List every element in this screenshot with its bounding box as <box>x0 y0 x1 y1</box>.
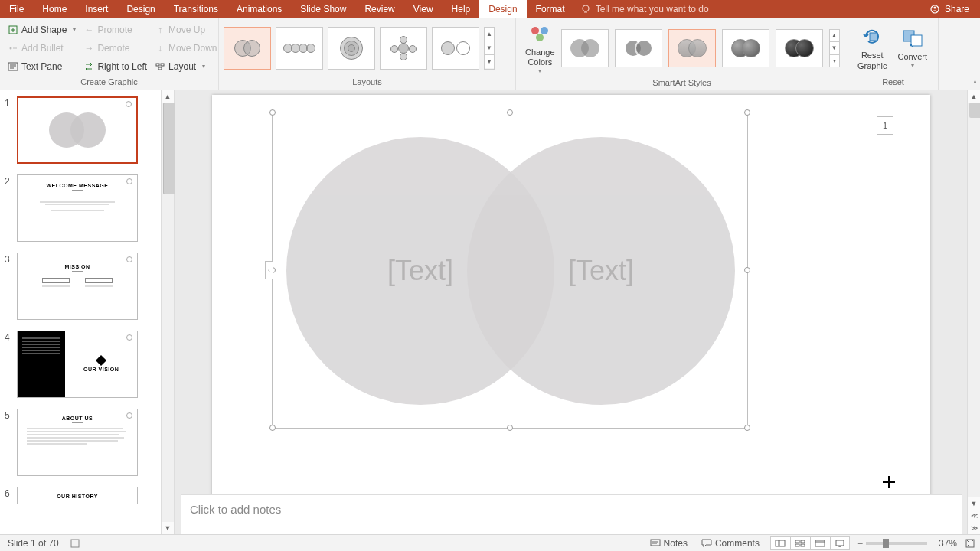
text-pane-toggle[interactable]: ‹ <box>265 261 273 279</box>
collapse-ribbon-button[interactable]: ˄ <box>973 80 977 88</box>
text-pane-button[interactable]: Text Pane <box>5 57 79 76</box>
svg-rect-14 <box>911 35 922 46</box>
comments-button[interactable]: Comments <box>698 538 763 549</box>
slide-canvas[interactable]: ‹ [Text] [Text] 1 <box>212 95 930 499</box>
layout-option-4[interactable] <box>380 27 427 70</box>
convert-button[interactable]: Convert▾ <box>893 24 933 71</box>
slide-thumbnail-6[interactable]: 6 OUR HISTORY <box>0 485 161 513</box>
layout-option-1[interactable] <box>224 27 271 70</box>
slide-thumbnail-1[interactable]: 1 <box>0 95 161 173</box>
layout-option-2[interactable] <box>276 27 323 70</box>
scrollbar-thumb[interactable] <box>969 103 980 118</box>
tab-home[interactable]: Home <box>33 0 76 18</box>
accessibility-icon[interactable] <box>70 538 80 549</box>
editor-scrollbar[interactable]: ▲ ▼ ≪ ≫ <box>967 90 980 534</box>
slide-number: 5 <box>5 409 17 421</box>
styles-gallery-spinner[interactable]: ▲▼▾ <box>829 29 840 67</box>
zoom-thumb[interactable] <box>883 539 889 548</box>
slide-thumbnail-3[interactable]: 3 MISSION <box>0 251 161 329</box>
style-option-3[interactable] <box>668 29 716 67</box>
add-shape-button[interactable]: Add Shape▾ <box>5 21 79 39</box>
scroll-down-icon[interactable]: ▼ <box>968 497 980 510</box>
status-bar: Slide 1 of 70 Notes Comments − + 37% <box>0 534 980 551</box>
tab-help[interactable]: Help <box>443 0 480 18</box>
move-down-button[interactable]: ↓Move Down <box>152 39 220 57</box>
svg-rect-18 <box>779 540 785 546</box>
scroll-up-icon[interactable]: ▲ <box>162 90 174 103</box>
style-option-2[interactable] <box>615 29 662 67</box>
venn-diagram[interactable]: [Text] [Text] <box>273 112 747 428</box>
slide-number: 1 <box>5 96 17 109</box>
thumb-title: WELCOME MESSAGE <box>24 183 131 188</box>
comment-marker[interactable]: 1 <box>877 116 893 135</box>
promote-button[interactable]: ←Promote <box>80 21 150 39</box>
demote-button[interactable]: →Demote <box>80 39 150 57</box>
svg-point-0 <box>583 5 589 11</box>
layouts-gallery-spinner[interactable]: ▲▼▾ <box>484 27 495 70</box>
group-label: Create Graphic <box>0 77 218 90</box>
tab-slide-show[interactable]: Slide Show <box>291 0 355 18</box>
layout-option-5[interactable] <box>432 27 479 70</box>
gallery-up-icon[interactable]: ▲ <box>830 30 839 42</box>
zoom-control: − + 37% <box>858 538 957 549</box>
slide-thumbnail-2[interactable]: 2 WELCOME MESSAGE <box>0 173 161 251</box>
slide-thumbnail-5[interactable]: 5 ABOUT US <box>0 407 161 485</box>
normal-view-button[interactable] <box>770 536 790 550</box>
add-bullet-button[interactable]: Add Bullet <box>5 39 79 57</box>
right-to-left-button[interactable]: Right to Left <box>80 57 150 76</box>
notes-button[interactable]: Notes <box>647 538 691 549</box>
fit-to-window-button[interactable] <box>965 538 975 549</box>
tab-transitions[interactable]: Transitions <box>165 0 227 18</box>
tab-animations[interactable]: Animations <box>227 0 291 18</box>
reading-view-button[interactable] <box>810 536 830 550</box>
style-option-5[interactable] <box>776 29 823 67</box>
gallery-more-icon[interactable]: ▾ <box>830 55 839 67</box>
layout-option-3[interactable] <box>328 27 375 70</box>
slides-list[interactable]: 1 2 WELCOME MESSAGE 3 <box>0 90 161 534</box>
prev-slide-icon[interactable]: ≪ <box>968 510 980 522</box>
venn-circle-right[interactable]: [Text] <box>467 137 735 405</box>
zoom-slider[interactable] <box>866 542 927 545</box>
venn-right-text[interactable]: [Text] <box>568 255 634 287</box>
scroll-down-icon[interactable]: ▼ <box>162 522 174 534</box>
sorter-view-button[interactable] <box>790 536 810 550</box>
tell-me-search[interactable]: Tell me what you want to do <box>574 0 919 18</box>
gallery-up-icon[interactable]: ▲ <box>485 28 494 41</box>
reset-graphic-button[interactable]: Reset Graphic <box>853 23 892 72</box>
svg-rect-6 <box>156 64 159 66</box>
style-option-1[interactable] <box>561 29 609 67</box>
tab-insert[interactable]: Insert <box>76 0 117 18</box>
tab-smartart-design[interactable]: Design <box>479 0 526 18</box>
tab-review[interactable]: Review <box>355 0 403 18</box>
smartart-frame[interactable]: ‹ [Text] [Text] <box>272 112 748 429</box>
move-up-button[interactable]: ↑Move Up <box>152 21 220 39</box>
tab-file[interactable]: File <box>0 0 33 18</box>
gallery-down-icon[interactable]: ▼ <box>485 41 494 55</box>
gallery-more-icon[interactable]: ▾ <box>485 55 494 68</box>
slides-scrollbar[interactable]: ▲ ▼ <box>161 90 174 534</box>
zoom-level[interactable]: 37% <box>939 538 957 549</box>
layout-button[interactable]: Layout▾ <box>152 57 220 76</box>
gallery-down-icon[interactable]: ▼ <box>830 42 839 54</box>
share-button[interactable]: Share <box>919 0 980 18</box>
slide-thumbnail-4[interactable]: 4 OUR VISION <box>0 329 161 407</box>
arrow-right-icon: → <box>83 43 94 54</box>
style-option-4[interactable] <box>722 29 769 67</box>
change-colors-button[interactable]: Change Colors▾ <box>521 20 560 77</box>
slideshow-view-button[interactable] <box>830 536 850 550</box>
zoom-out-button[interactable]: − <box>858 538 863 549</box>
tab-design[interactable]: Design <box>117 0 164 18</box>
svg-rect-23 <box>815 540 825 546</box>
group-label: Layouts <box>219 77 515 90</box>
scroll-up-icon[interactable]: ▲ <box>968 90 980 103</box>
rtl-icon <box>83 61 94 72</box>
lightbulb-icon <box>580 4 591 15</box>
next-slide-icon[interactable]: ≫ <box>968 522 980 534</box>
tab-smartart-format[interactable]: Format <box>527 0 574 18</box>
zoom-in-button[interactable]: + <box>930 538 936 549</box>
arrow-left-icon: ← <box>83 24 94 35</box>
notes-pane[interactable]: Click to add notes <box>181 494 962 534</box>
tab-view[interactable]: View <box>404 0 443 18</box>
svg-rect-17 <box>776 540 779 546</box>
venn-left-text[interactable]: [Text] <box>387 255 453 287</box>
